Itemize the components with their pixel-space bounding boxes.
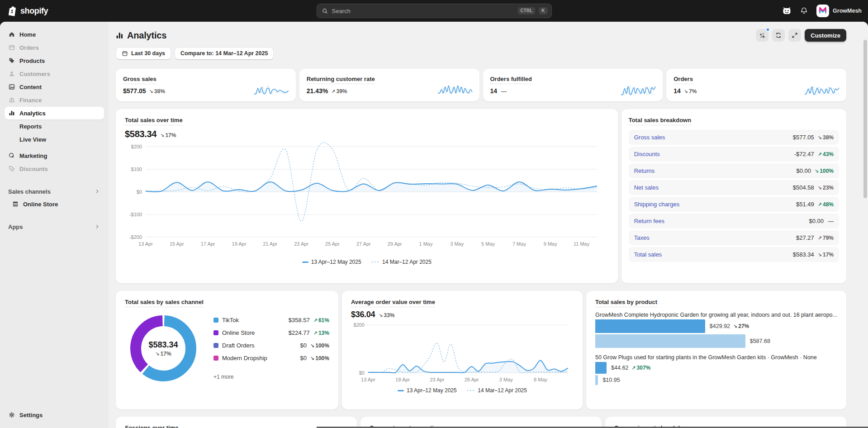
analytics-icon [116,32,123,39]
person-icon [8,70,15,77]
sidebar-item-reports[interactable]: Reports [5,120,104,133]
image-icon [8,83,15,90]
tag-icon [8,57,15,64]
channel-swatch [213,356,218,361]
change-badge: ↗307% [631,365,650,371]
previous-period-bar [595,334,745,348]
sidebar-item-marketing[interactable]: Marketing [5,149,104,162]
breakdown-row-returns[interactable]: Returns $0.00 ↘100% [629,163,839,178]
chart-title: Total sales by sales channel [125,299,204,307]
total-sales-line-chart: $200$100$0-$100-$20013 Apr15 Apr17 Apr19… [125,142,604,255]
sparkline-chart [620,83,656,97]
sidekick-icon[interactable] [782,6,792,16]
svg-text:15 Apr: 15 Apr [170,241,184,247]
legend-compare-period[interactable]: ··· 14 Mar–12 Apr 2025 [371,259,432,265]
svg-text:23 Apr: 23 Apr [430,377,444,382]
sidebar-item-label: Discounts [19,166,48,172]
global-search[interactable]: CTRL K [317,4,552,18]
change-badge: ↘100% [310,342,329,349]
svg-text:27 Apr: 27 Apr [356,241,371,247]
svg-text:21 Apr: 21 Apr [263,241,277,247]
product-bar-current[interactable]: $44.62 ↗307% [595,362,837,374]
chart-title: Total sales by product [595,299,657,307]
product-bar-previous[interactable]: $10.95 [595,375,837,385]
sidebar-item-label: Live View [19,136,46,143]
svg-text:$100: $100 [131,166,142,172]
sidebar-item-online-store[interactable]: Online Store [5,198,104,210]
svg-text:$0: $0 [137,189,142,195]
channel-row-modern-dropship[interactable]: Modern Dropship $0 ↘100% [213,355,329,361]
sidebar-item-label: Products [19,57,45,64]
metric-card-orders-fulfilled[interactable]: Orders fulfilled 14 — [483,69,663,101]
breakdown-row-taxes[interactable]: Taxes $27.27 ↗79% [629,230,839,245]
breakdown-row-total-sales[interactable]: Total sales $583.34 ↘17% [629,247,839,262]
metric-title: Returning customer rate [307,76,375,84]
sidebar-section-apps[interactable]: Apps [5,220,104,233]
product-name: 50 Grow Plugs used for starting plants i… [595,354,837,361]
date-range-button[interactable]: Last 30 days [116,47,171,60]
magic-insights-icon [759,32,766,39]
sidebar-item-live-view[interactable]: Live View [5,133,104,146]
customize-button[interactable]: Customize [805,29,846,42]
product-bar-previous[interactable]: $587.68 [595,334,837,348]
channel-row-tiktok[interactable]: TikTok $358.57 ↗61% [213,317,329,323]
page-title-text: Analytics [127,30,166,41]
current-period-bar [595,362,607,374]
vertical-scrollbar-thumb[interactable] [863,40,867,198]
breakdown-row-discounts[interactable]: Discounts -$72.47 ↗43% [629,147,839,162]
notifications-bell-icon[interactable] [800,6,808,15]
expand-button[interactable] [788,29,801,42]
chart-title: Sessions over time [125,424,179,428]
channel-row-draft-orders[interactable]: Draft Orders $0 ↘100% [213,342,329,349]
sidebar-item-analytics[interactable]: Analytics [5,107,104,119]
chart-title: Average order value over time [351,299,435,307]
sidebar-item-products[interactable]: Products [5,54,104,67]
compare-button[interactable]: Compare to: 14 Mar–12 Apr 2025 [175,47,274,60]
sidebar-item-label: Home [19,31,36,38]
svg-text:25 Apr: 25 Apr [325,241,340,247]
channel-row-online-store[interactable]: Online Store $224.77 ↗13% [213,329,329,336]
legend-current-period[interactable]: 13 Apr–12 May 2025 [302,259,361,265]
breakdown-row-return-fees[interactable]: Return fees $0.00 — [629,214,839,228]
sidebar-item-home[interactable]: Home [5,28,104,41]
search-input[interactable] [332,8,514,14]
more-channels-link[interactable]: +1 more [213,374,329,380]
metric-card-gross-sales[interactable]: Gross sales $577.05 ↘38% [116,69,296,101]
breakdown-row-shipping-charges[interactable]: Shipping charges $51.49 ↗48% [629,197,839,212]
orders-icon [8,44,15,51]
sidebar-item-finance[interactable]: Finance [5,94,104,106]
donut-chart: $583.34 ↘17% [125,310,202,387]
sidebar-item-content[interactable]: Content [5,81,104,93]
product-bar-current[interactable]: $429.92 ↘27% [595,319,837,333]
sidebar-item-label: Reports [19,123,42,130]
sidebar-item-discounts[interactable]: Discounts [5,162,104,175]
metric-card-orders[interactable]: Orders 14 ↘7% [666,69,846,101]
store-menu[interactable]: GrowMesh [816,5,862,17]
chart-current-value: $36.04 [351,310,375,319]
legend-compare-period[interactable]: ··· 14 Mar–12 Apr 2025 [467,387,527,394]
metric-card-returning-customer-rate[interactable]: Returning customer rate 21.43% ↗39% [299,69,479,101]
sidebar-item-label: Marketing [19,152,47,159]
shopify-logo[interactable]: shopify [7,5,48,16]
sidebar-section-sales-channels[interactable]: Sales channels [5,185,104,198]
sidebar-item-label: Settings [19,412,43,418]
svg-text:11 May: 11 May [574,241,590,247]
svg-text:1 May: 1 May [419,241,432,247]
refresh-button[interactable] [772,29,785,42]
product-name: GrowMesh Complete Hydroponic Garden for … [595,312,837,318]
metric-title: Gross sales [123,76,157,84]
shortcut-ctrl-key: CTRL [518,7,536,14]
legend-current-period[interactable]: 13 Apr–12 May 2025 [398,387,457,394]
sidebar-item-orders[interactable]: Orders [5,41,104,54]
svg-text:5 May: 5 May [481,241,495,247]
sidebar-item-customers[interactable]: Customers [5,67,104,80]
metric-title: Orders fulfilled [490,76,532,84]
breakdown-row-net-sales[interactable]: Net sales $504.58 ↘23% [629,180,839,195]
channel-swatch [213,330,218,335]
total-sales-breakdown-card: Total sales breakdown Gross sales $577.0… [621,109,846,283]
shopify-wordmark: shopify [20,6,48,16]
sidebar-item-settings[interactable]: Settings [5,409,104,421]
breakdown-row-gross-sales[interactable]: Gross sales $577.05 ↘38% [629,130,839,145]
insights-button[interactable] [756,29,768,42]
change-badge: ↗61% [313,317,329,323]
